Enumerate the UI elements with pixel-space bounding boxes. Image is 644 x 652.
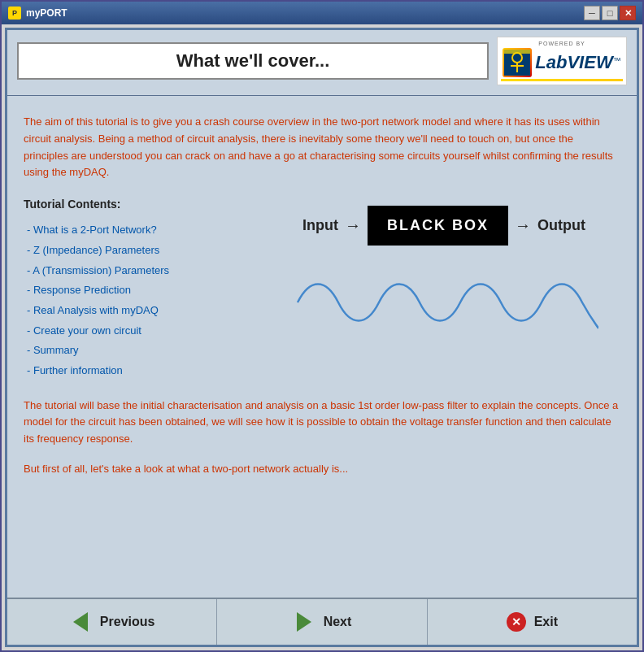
diagram-area: Input → BLACK BOX → Output	[268, 198, 620, 381]
input-label: Input	[302, 217, 338, 234]
previous-arrow-icon	[69, 611, 92, 633]
exit-label: Exit	[534, 615, 558, 629]
final-paragraph: But first of all, let's take a look at w…	[24, 461, 620, 478]
content-section: Tutorial Contents: - What is a 2-Port Ne…	[24, 198, 620, 381]
output-arrow-icon: →	[515, 216, 531, 235]
window-title: myPORT	[26, 7, 67, 19]
labview-brand: LabVIEW™	[535, 52, 620, 73]
next-label: Next	[324, 615, 352, 629]
list-item: - What is a 2-Port Network?	[24, 220, 251, 241]
input-arrow-icon: →	[345, 216, 361, 235]
list-item: - Z (Impedance) Parameters	[24, 241, 251, 261]
black-box: BLACK BOX	[368, 206, 508, 246]
labview-badge: POWERED BY LabVIEW™	[497, 37, 627, 85]
close-button[interactable]: ✕	[620, 6, 636, 20]
sine-wave-svg	[289, 262, 598, 343]
powered-by-label: POWERED BY	[538, 41, 585, 46]
labview-text: LabVIEW	[535, 52, 612, 72]
nav-bar: Previous Next ✕ Exit	[7, 598, 637, 645]
labview-icon	[503, 48, 532, 77]
next-arrow-icon	[293, 611, 315, 633]
list-item: - Summary	[24, 341, 251, 361]
title-bar-left: P myPORT	[8, 7, 67, 20]
list-item: - Real Analysis with myDAQ	[24, 301, 251, 321]
lower-paragraph: The tutorial will base the initial chara…	[24, 398, 620, 448]
list-item: - Further information	[24, 361, 251, 381]
title-bar-controls: ─ □ ✕	[584, 6, 636, 20]
previous-button[interactable]: Previous	[7, 599, 217, 645]
list-item: - A (Transmission) Parameters	[24, 261, 251, 281]
page-header: What we'll cover... POWERED BY	[7, 30, 637, 92]
page-title: What we'll cover...	[32, 50, 474, 72]
contents-list: - What is a 2-Port Network? - Z (Impedan…	[24, 220, 251, 381]
previous-label: Previous	[100, 615, 155, 629]
next-button[interactable]: Next	[217, 599, 427, 645]
black-box-diagram: Input → BLACK BOX → Output	[302, 206, 585, 246]
exit-button[interactable]: ✕ Exit	[428, 599, 637, 645]
title-bar: P myPORT ─ □ ✕	[2, 2, 642, 24]
scroll-area[interactable]: The aim of this tutorial is to give you …	[7, 106, 637, 598]
right-arrow-shape	[297, 612, 311, 632]
app-window: P myPORT ─ □ ✕ What we'll cover... POWER…	[0, 0, 644, 652]
labview-logo: LabVIEW™	[503, 48, 620, 77]
left-arrow-shape	[73, 612, 88, 632]
intro-paragraph: The aim of this tutorial is to give you …	[24, 114, 620, 181]
maximize-button[interactable]: □	[602, 6, 618, 20]
app-icon: P	[8, 7, 21, 20]
list-item: - Response Prediction	[24, 280, 251, 301]
sine-wave-chart	[289, 262, 598, 343]
header-divider	[7, 95, 637, 96]
svg-rect-4	[504, 50, 530, 54]
list-item: - Create your own circuit	[24, 321, 251, 341]
exit-icon: ✕	[507, 612, 526, 632]
labview-bar	[501, 79, 623, 81]
title-box: What we'll cover...	[17, 42, 489, 80]
contents-heading: Tutorial Contents:	[24, 198, 251, 211]
labview-tm: ™	[613, 56, 621, 65]
minimize-button[interactable]: ─	[584, 6, 600, 20]
output-label: Output	[537, 217, 585, 234]
main-content: What we'll cover... POWERED BY	[5, 28, 639, 647]
tutorial-contents: Tutorial Contents: - What is a 2-Port Ne…	[24, 198, 251, 381]
